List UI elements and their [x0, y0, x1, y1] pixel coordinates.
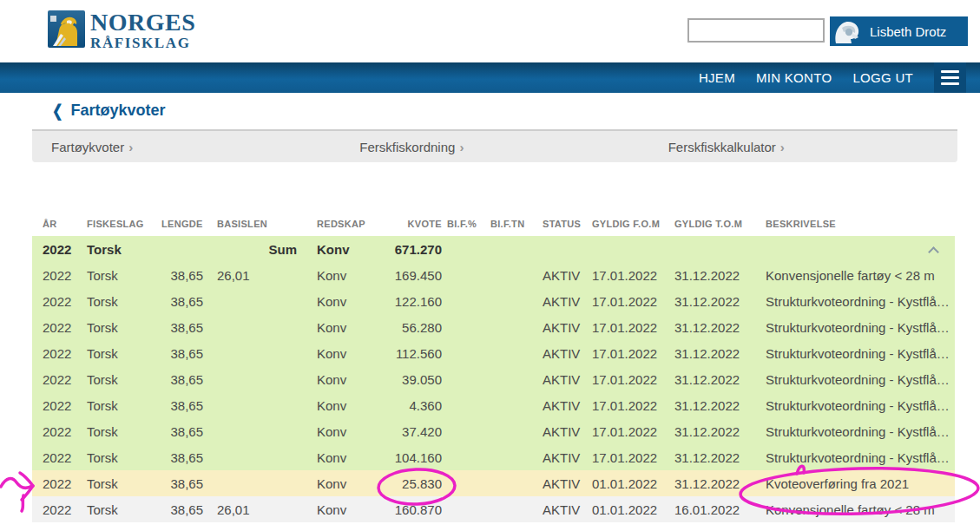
cell-lengde: [156, 236, 208, 262]
cell-status: AKTIV: [538, 366, 592, 392]
col-header-beskrivelse: BESKRIVELSE: [757, 211, 955, 236]
annotation-arrow: [1, 473, 33, 511]
nav-item-logg-ut[interactable]: LOGG UT: [852, 70, 913, 85]
hamburger-icon: [941, 70, 959, 73]
table-sum-row[interactable]: 2022 Torsk Sum Konv 671.270: [32, 236, 955, 262]
cell-kvote: 671.270: [369, 236, 447, 262]
chevron-right-icon: ›: [459, 140, 464, 154]
cell-redskap: Konv: [304, 496, 369, 522]
table-row[interactable]: 2022Torsk38,65Konv112.560AKTIV17.01.2022…: [32, 340, 955, 366]
cell-redskap: Konv: [304, 314, 369, 340]
table-row[interactable]: 2022Torsk38,65Konv25.830AKTIV01.01.20223…: [32, 470, 955, 496]
cell-bif-pct: [447, 392, 490, 418]
cell-tom: 31.12.2022: [674, 366, 757, 392]
cell-bif-pct: [447, 262, 490, 288]
table-row[interactable]: 2022Torsk38,65Konv4.360AKTIV17.01.202231…: [32, 392, 955, 418]
cell-year: 2022: [32, 288, 87, 314]
cell-beskrivelse: Strukturkvoteordning - Kystflåten: [757, 418, 955, 444]
cell-fom: 17.01.2022: [592, 314, 674, 340]
cell-basislen: [208, 288, 304, 314]
cell-fom: 17.01.2022: [592, 340, 674, 366]
cell-species: Torsk: [87, 340, 156, 366]
cell-basislen: 26,01: [208, 262, 304, 288]
cell-basislen: [208, 470, 304, 496]
col-header-lengde: LENGDE: [156, 211, 208, 236]
cell-redskap: Konv: [304, 262, 369, 288]
cell-lengde: 38,65: [156, 288, 208, 314]
logo[interactable]: NORGES RÅFISKLAG: [48, 10, 195, 50]
cell-year: 2022: [32, 340, 87, 366]
cell-basislen: 26,01: [208, 496, 304, 522]
logo-text: NORGES RÅFISKLAG: [90, 10, 195, 50]
cell-fom: [592, 236, 674, 262]
cell-status: AKTIV: [538, 444, 592, 470]
cell-year: 2022: [32, 314, 87, 340]
cell-redskap: Konv: [304, 340, 369, 366]
hamburger-menu-button[interactable]: [934, 62, 966, 93]
cell-beskrivelse: Strukturkvoteordning - Kystflåten: [757, 444, 955, 470]
cell-bif-pct: [447, 470, 490, 496]
table-row[interactable]: 2022Torsk38,65Konv122.160AKTIV17.01.2022…: [32, 288, 955, 314]
search-input[interactable]: [689, 20, 851, 41]
col-header-ar: ÅR: [32, 211, 87, 236]
cell-basislen: [208, 418, 304, 444]
cell-tom: 31.12.2022: [674, 392, 757, 418]
col-header-basislen: BASISLEN: [208, 211, 304, 236]
logo-line2: RÅFISKLAG: [90, 36, 195, 50]
cell-bif-tn: [490, 288, 538, 314]
cell-lengde: 38,65: [156, 262, 208, 288]
cell-kvote: 39.050: [369, 366, 447, 392]
cell-species: Torsk: [87, 288, 156, 314]
cell-status: AKTIV: [538, 392, 592, 418]
cell-tom: 31.12.2022: [674, 314, 757, 340]
cell-status: AKTIV: [538, 418, 592, 444]
cell-fom: 17.01.2022: [592, 288, 674, 314]
table-row[interactable]: 2022Torsk38,6526,01Konv160.870AKTIV01.01…: [32, 496, 955, 522]
cell-bif-pct: [447, 444, 490, 470]
cell-species: Torsk: [87, 366, 156, 392]
table-row[interactable]: 2022Torsk38,65Konv104.160AKTIV17.01.2022…: [32, 444, 955, 470]
breadcrumb-back-link[interactable]: ❮ Fartøykvoter: [52, 102, 166, 120]
col-header-status: STATUS: [538, 211, 592, 236]
cell-species: Torsk: [87, 470, 156, 496]
table-row[interactable]: 2022Torsk38,65Konv39.050AKTIV17.01.20223…: [32, 366, 955, 392]
nav-item-min-konto[interactable]: MIN KONTO: [756, 70, 832, 85]
cell-status: [538, 236, 592, 262]
table-row[interactable]: 2022Torsk38,65Konv37.420AKTIV17.01.20223…: [32, 418, 955, 444]
cell-bif-pct: [447, 340, 490, 366]
quota-table: ÅR FISKESLAG LENGDE BASISLEN REDSKAP KVO…: [32, 211, 955, 522]
cell-status: AKTIV: [538, 496, 592, 522]
cell-bif-tn: [490, 366, 538, 392]
logo-line1: NORGES: [90, 10, 195, 35]
chevron-right-icon: ›: [128, 140, 133, 154]
cell-bif-pct: [447, 366, 490, 392]
table-row[interactable]: 2022Torsk38,65Konv56.280AKTIV17.01.20223…: [32, 314, 955, 340]
cell-tom: [674, 236, 757, 262]
cell-lengde: 38,65: [156, 444, 208, 470]
cell-species: Torsk: [87, 262, 156, 288]
cell-fom: 01.01.2022: [592, 496, 674, 522]
cell-kvote: 37.420: [369, 418, 447, 444]
nav-item-hjem[interactable]: HJEM: [699, 70, 735, 85]
cell-sum-label: Sum: [208, 236, 304, 262]
cell-beskrivelse: Strukturkvoteordning - Kystflåten: [757, 314, 955, 340]
table-row[interactable]: 2022Torsk38,6526,01Konv169.450AKTIV17.01…: [32, 262, 955, 288]
tab-fartoykvoter[interactable]: Fartøykvoter›: [32, 140, 340, 154]
search-box: [687, 18, 825, 43]
cell-bif-tn: [490, 340, 538, 366]
cell-redskap: Konv: [304, 470, 369, 496]
cell-status: AKTIV: [538, 262, 592, 288]
cell-fom: 17.01.2022: [592, 392, 674, 418]
tab-ferskfiskkalkulator[interactable]: Ferskfiskkalkulator›: [649, 140, 957, 154]
fisherman-avatar-icon: [830, 16, 865, 46]
cell-bif-pct: [447, 236, 490, 262]
table-header-row: ÅR FISKESLAG LENGDE BASISLEN REDSKAP KVO…: [32, 211, 955, 236]
cell-status: AKTIV: [538, 340, 592, 366]
cell-fom: 17.01.2022: [592, 418, 674, 444]
tab-ferskfiskordning[interactable]: Ferskfiskordning›: [340, 140, 648, 154]
collapse-caret-icon[interactable]: [928, 246, 939, 258]
cell-year: 2022: [32, 366, 87, 392]
user-name: Lisbeth Drotz: [870, 24, 946, 39]
cell-lengde: 38,65: [156, 496, 208, 522]
user-badge[interactable]: Lisbeth Drotz: [830, 16, 968, 46]
